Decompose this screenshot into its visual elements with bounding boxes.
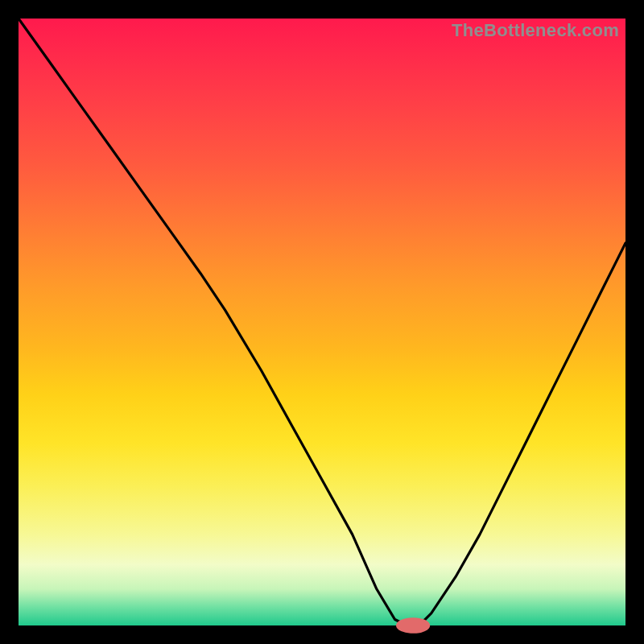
bottleneck-curve <box>19 19 625 625</box>
plot-area: TheBottleneck.com <box>19 19 625 625</box>
minimum-marker <box>396 617 430 634</box>
curve-layer <box>19 19 625 625</box>
chart-frame: TheBottleneck.com <box>0 0 644 644</box>
